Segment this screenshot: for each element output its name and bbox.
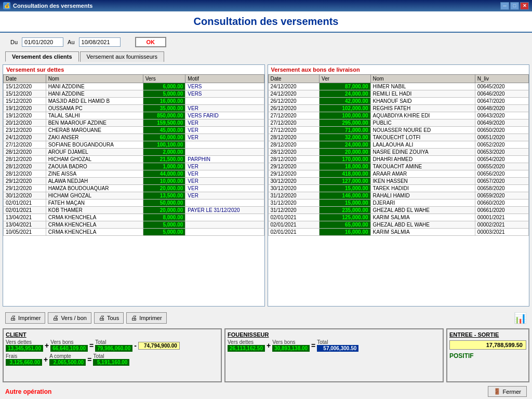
table-row[interactable]: 24/12/2020 87,000.00 HIMER NABIL 00645/2… xyxy=(268,83,529,90)
du-label: Du xyxy=(10,39,18,45)
nliv-cell: 00660/2020 xyxy=(475,200,528,207)
vers-cell: 159,500.00 xyxy=(143,119,185,127)
table-row[interactable]: 31/12/2020 15,000.00 DJERARI 00660/2020 xyxy=(268,200,529,207)
vers-cell: 8,000.00 xyxy=(143,214,185,221)
nom-cell: CRMA KHENCHELA xyxy=(46,214,143,221)
table-row[interactable]: 29/12/2020 HAMZA BOUDOUAQUAR 20,000.00 V… xyxy=(4,185,264,192)
autre-operation-link[interactable]: Autre opération xyxy=(5,388,51,395)
table-row[interactable]: 29/12/2020 18,000.00 TAKOUACHT AMINE 006… xyxy=(268,163,529,170)
nliv-cell: 00646/2020 xyxy=(475,90,528,98)
nliv-cell: 00003/2021 xyxy=(475,229,528,236)
table-row[interactable]: 15/12/2020 HANI AZDDINE 5,000.00 VERS xyxy=(4,90,264,98)
table-row[interactable]: 02/01/2021 KOB THAMER 20,000.00 PAYER LE… xyxy=(4,207,264,214)
nom-cell: TAKOUECHT LOTFI xyxy=(370,134,475,141)
table-row[interactable]: 02/01/2021 16,000.00 KARIM SALMIA 00003/… xyxy=(268,229,529,236)
table-row[interactable]: 30/12/2020 127,000.00 IKEN HASSEN 00657/… xyxy=(268,178,529,185)
table-row[interactable]: 27/12/2020 SOFIANE BOUGANDOURA 100,100.0… xyxy=(4,141,264,149)
equals-operator2: = xyxy=(87,355,91,364)
motif-cell xyxy=(185,214,264,221)
fermer-button[interactable]: 🚪 Fermer xyxy=(488,386,527,397)
table-row[interactable]: 26/12/2020 102,000.00 REGHIS FATEH 00648… xyxy=(268,105,529,112)
table-row[interactable]: 28/12/2020 24,000.00 LAALAOUНА ALI 00652… xyxy=(268,141,529,149)
table-row[interactable]: 20/12/2020 BEN MAAROUF AZDINE 159,500.00… xyxy=(4,119,264,127)
table-row[interactable]: 31/12/2020 235,000.00 GHEZAL ABD EL WAHE… xyxy=(268,207,529,214)
table-row[interactable]: 26/12/2020 42,000.00 KHANOUF SAID 00647/… xyxy=(268,98,529,105)
imprimer2-button[interactable]: 🖨 Imprimer xyxy=(126,312,166,324)
table-row[interactable]: 19/12/2020 TALAL SALHI 850,000.00 VERS F… xyxy=(4,112,264,119)
table-row[interactable]: 13/04/2021 CRMA KHENCHELA 8,000.00 xyxy=(4,214,264,221)
table-row[interactable]: 28/12/2020 HICHAM GHOZAL 21,500.00 PARPH… xyxy=(4,156,264,163)
date-cell: 27/12/2020 xyxy=(268,112,320,119)
col-vers-left: Vers xyxy=(143,75,185,83)
motif-cell: VERS FARID xyxy=(185,112,264,119)
date-cell: 15/12/2020 xyxy=(4,83,46,90)
vers-cell: 850,000.00 xyxy=(143,112,185,119)
table-row[interactable]: 02/01/2021 125,000.00 KARIM SALMIA 00001… xyxy=(268,214,529,221)
date-cell: 30/12/2020 xyxy=(268,185,320,192)
table-row[interactable]: 28/12/2020 32,000.00 TAKOUECHT LOTFI 006… xyxy=(268,134,529,141)
vers-bon-button[interactable]: 🖨 Vers / bon xyxy=(48,312,91,324)
nliv-cell: 00656/2020 xyxy=(475,170,528,178)
nom-cell: OUSSAMA PC xyxy=(46,105,143,112)
du-input[interactable] xyxy=(22,37,63,47)
au-input[interactable] xyxy=(79,37,121,47)
table-row[interactable]: 27/12/2020 100,000.00 AQUABDIYA KHIRE ED… xyxy=(268,112,529,119)
table-row[interactable]: 28/12/2020 ZINE AISSA 44,000.00 VER xyxy=(4,170,264,178)
table-row[interactable]: 28/12/2020 170,000.00 DHAHRI AHMED 00654… xyxy=(268,156,529,163)
table-row[interactable]: 29/12/2020 ALAWA NEDJAH 10,000.00 VER xyxy=(4,178,264,185)
date-cell: 29/12/2020 xyxy=(4,185,46,192)
table-row[interactable]: 28/12/2020 ZAOUIA BADRO 1,000.00 VER xyxy=(4,163,264,170)
maximize-button[interactable]: □ xyxy=(510,2,519,10)
table-row[interactable]: 10/05/2021 CRMA KHENCHELA 5,000.00 xyxy=(4,229,264,236)
table-row[interactable]: 30/12/2020 15,000.00 TAREK HADIDI 00658/… xyxy=(268,185,529,192)
table-row[interactable]: 19/12/2020 OUSSAMA PC 35,000.00 VER xyxy=(4,105,264,112)
table-row[interactable]: 27/12/2020 295,000.00 PUBLIC 00649/2020 xyxy=(268,119,529,127)
total-value1: 79,986,060.00 xyxy=(95,345,132,352)
nom-cell: FATEH MAÇAN xyxy=(46,200,143,207)
footer: Autre opération 🚪 Fermer xyxy=(0,384,532,399)
left-table-container[interactable]: Date Nom Vers Motif 15/12/2020 HANI AZDD… xyxy=(3,74,264,306)
date-cell: 28/12/2020 xyxy=(268,149,320,156)
close-button[interactable]: ✕ xyxy=(520,2,529,10)
tous-button[interactable]: 🖨 Tous xyxy=(94,312,124,324)
motif-cell: VER xyxy=(185,127,264,134)
table-row[interactable]: 30/12/2020 HICHAM GHOZAL 13,500.00 VER xyxy=(4,192,264,200)
motif-cell xyxy=(185,200,264,207)
date-cell: 27/12/2020 xyxy=(4,141,46,149)
right-table-container[interactable]: Date Ver Nom N_liv 24/12/2020 87,000.00 … xyxy=(268,74,529,306)
ok-button[interactable]: OK xyxy=(135,37,167,47)
nom-cell: BEN MAAROUF AZDINE xyxy=(46,119,143,127)
table-row[interactable]: 15/12/2020 HANI AZDDINE 6,000.00 VERS xyxy=(4,83,264,90)
vers-cell: 16,000.00 xyxy=(143,98,185,105)
table-row[interactable]: 31/12/2020 146,000.00 RAHALI HAMID 00659… xyxy=(268,192,529,200)
entree-sortie-box: ENTREE - SORTIE 17,788,599.50 POSITIF xyxy=(446,328,529,382)
tab-clients[interactable]: Versement des clients xyxy=(5,51,79,62)
frais-value: 3,125,660.00 xyxy=(6,359,42,366)
table-row[interactable]: 28/12/2020 AROUF DJAMEL 2,000.00 xyxy=(4,149,264,156)
nliv-cell: 00653/2020 xyxy=(475,149,528,156)
minimize-button[interactable]: ─ xyxy=(500,2,509,10)
ver-cell: 71,000.00 xyxy=(320,127,371,134)
table-row[interactable]: 28/12/2020 20,000.00 NASRE EDINE ZOUIYA … xyxy=(268,149,529,156)
table-row[interactable]: 02/01/2021 FATEH MAÇAN 50,000.00 xyxy=(4,200,264,207)
printer4-icon: 🖨 xyxy=(131,314,137,322)
nliv-cell: 00649/2020 xyxy=(475,119,528,127)
vers-cell: 35,000.00 xyxy=(143,105,185,112)
table-row[interactable]: 13/04/2021 CRMA KHENCHELA 5,000.00 xyxy=(4,221,264,229)
date-cell: 26/12/2020 xyxy=(268,98,320,105)
table-row[interactable]: 29/12/2020 418,000.00 ARAAR AMAR 00656/2… xyxy=(268,170,529,178)
vers-cell: 5,000.00 xyxy=(143,229,185,236)
table-row[interactable]: 02/01/2021 65,000.00 GHEZAL ABD EL WAHE … xyxy=(268,221,529,229)
imprimer1-button[interactable]: 🖨 Imprimer xyxy=(5,312,45,324)
printer2-icon: 🖨 xyxy=(52,314,59,322)
nliv-cell: 00648/2020 xyxy=(475,105,528,112)
table-row[interactable]: 24/12/2020 24,000.00 REMILI EL HADI 0064… xyxy=(268,90,529,98)
vers-bons-label: Vers bons xyxy=(50,339,88,345)
nom-cell: SOFIANE BOUGANDOURA xyxy=(46,141,143,149)
motif-cell: VERS xyxy=(185,90,264,98)
table-row[interactable]: 23/12/2020 CHERAB MAROUANE 45,000.00 VER xyxy=(4,127,264,134)
table-row[interactable]: 27/12/2020 71,000.00 NOUASSER NOURE ED 0… xyxy=(268,127,529,134)
tab-fournisseurs[interactable]: Versement aux fournisseurs xyxy=(80,51,164,62)
table-row[interactable]: 24/12/2020 ZAKI ANSER 60,000.00 VER xyxy=(4,134,264,141)
table-row[interactable]: 15/12/2020 MASJID ABD EL HAMID B 16,000.… xyxy=(4,98,264,105)
